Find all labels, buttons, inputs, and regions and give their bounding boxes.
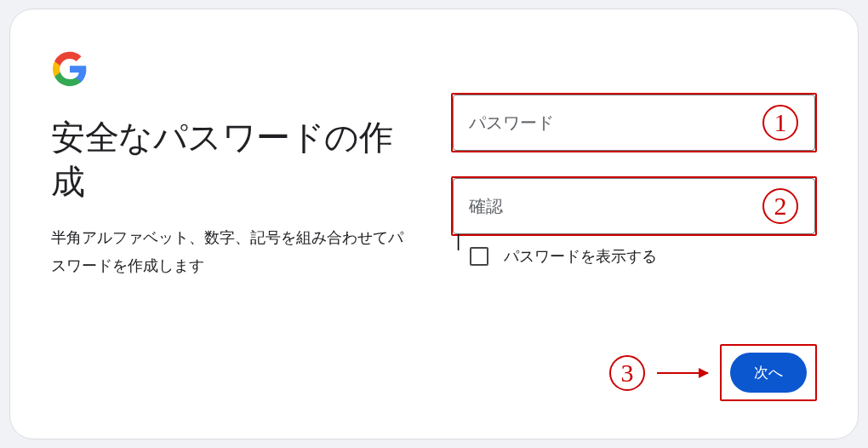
annotation-number-3: 3: [609, 355, 645, 391]
content-columns: 安全なパスワードの作成 半角アルファベット、数字、記号を組み合わせてパスワードを…: [51, 50, 817, 281]
password-group: 1: [451, 93, 817, 152]
google-logo-icon: [51, 50, 417, 91]
right-column: 1 2 | パスワードを表示する: [451, 50, 817, 281]
next-button[interactable]: 次へ: [730, 353, 807, 393]
text-cursor-icon: |: [456, 236, 460, 246]
show-password-checkbox[interactable]: [470, 247, 488, 266]
show-password-label[interactable]: パスワードを表示する: [504, 246, 657, 267]
password-input[interactable]: [453, 95, 815, 151]
page-subtitle: 半角アルファベット、数字、記号を組み合わせてパスワードを作成します: [51, 224, 417, 281]
page-heading: 安全なパスワードの作成: [51, 115, 417, 204]
left-column: 安全なパスワードの作成 半角アルファベット、数字、記号を組み合わせてパスワードを…: [51, 50, 417, 281]
signup-card: 安全なパスワードの作成 半角アルファベット、数字、記号を組み合わせてパスワードを…: [9, 9, 859, 439]
confirm-group: 2 |: [451, 176, 817, 236]
show-password-row: パスワードを表示する: [470, 246, 817, 267]
annotation-box-2: 2: [451, 176, 817, 236]
annotation-box-1: 1: [451, 93, 817, 152]
action-row: 3 次へ: [609, 344, 817, 401]
confirm-password-input[interactable]: [453, 178, 815, 234]
annotation-box-3: 次へ: [720, 344, 817, 401]
annotation-arrow-icon: [657, 372, 708, 374]
